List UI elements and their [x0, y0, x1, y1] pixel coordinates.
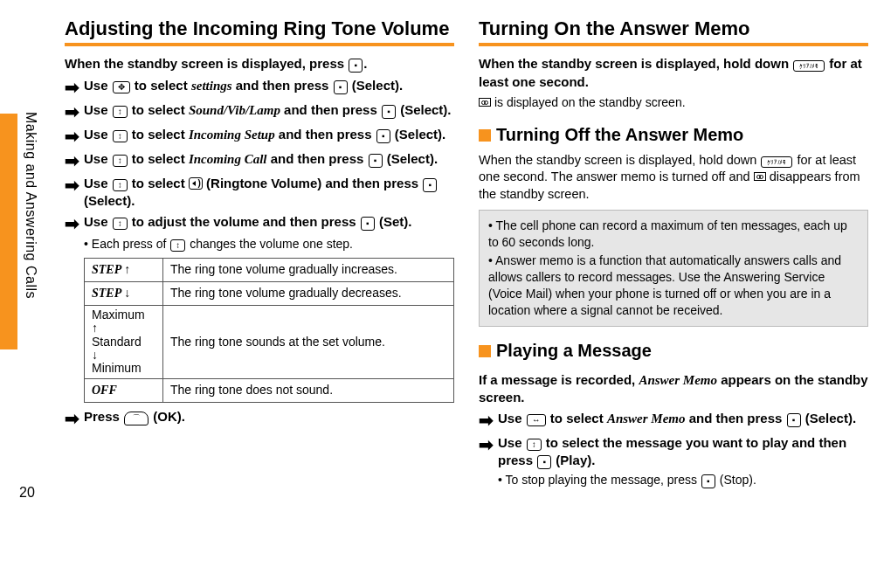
nav-key-icon: ✥: [113, 81, 130, 93]
table-cell-label: OFF: [85, 378, 163, 402]
nav-key-icon: ↔: [527, 414, 546, 426]
table-row: STEP ↑The ring tone volume gradually inc…: [85, 258, 454, 281]
answermemo-sub: is displayed on the standby screen.: [479, 94, 868, 111]
updown-key-icon: ↕: [170, 239, 185, 252]
arrow-icon: ➡: [65, 126, 84, 147]
text: Press: [84, 409, 123, 424]
step-text: Use ↕ to select Sound/Vib/Lamp and then …: [84, 101, 454, 122]
table-cell-label: Maximum↑Standard↓Minimum: [85, 305, 163, 378]
arrow-icon: ➡: [65, 213, 84, 234]
note-item: • The cell phone can record a maximum of…: [488, 218, 859, 251]
nav-key-icon: ↕: [527, 439, 542, 451]
accent-tab: [0, 114, 17, 349]
page: Making and Answering Calls 20 Adjusting …: [0, 0, 877, 501]
tape-icon: [479, 98, 491, 107]
section-label: Making and Answering Calls: [21, 112, 40, 299]
arrow-icon: ➡: [479, 434, 498, 470]
center-key-icon: ▪: [376, 129, 390, 143]
subheading-text: Turning Off the Answer Memo: [496, 125, 743, 144]
arrow-icon: ➡: [65, 150, 84, 171]
text: When the standby screen is displayed, ho…: [479, 153, 760, 167]
text: (Stop).: [716, 473, 756, 487]
softkey-icon: ⌒: [124, 412, 148, 425]
step-text: Use ↕ to select Incoming Call and then p…: [84, 150, 454, 171]
center-key-icon: ▪: [701, 474, 715, 488]
nav-key-icon: ↕: [113, 179, 128, 191]
playing-intro: If a message is recorded, Answer Memo ap…: [479, 371, 868, 407]
text: When the standby screen is displayed, pr…: [65, 56, 348, 71]
step: ➡Use ↕ to select the message you want to…: [479, 434, 868, 470]
section-heading-answermemo: Turning On the Answer Memo: [479, 17, 868, 46]
table-cell-label: STEP ↓: [85, 281, 163, 305]
step-text: Use ↕ to select (Ringtone Volume) and th…: [84, 175, 454, 211]
table-row: OFFThe ring tone does not sound.: [85, 378, 454, 402]
ringtone-intro: When the standby screen is displayed, pr…: [65, 55, 454, 73]
center-key-icon: ▪: [334, 80, 348, 94]
arrow-icon: ➡: [65, 175, 84, 211]
text: (OK).: [149, 409, 185, 424]
center-key-icon: ▪: [537, 455, 551, 469]
center-key-icon: ▪: [382, 105, 396, 119]
arrow-icon: ➡: [65, 101, 84, 122]
table-row: Maximum↑Standard↓MinimumThe ring tone so…: [85, 305, 454, 378]
nav-key-icon: ↕: [113, 218, 128, 230]
tape-icon: [754, 172, 766, 181]
arrow-icon: ➡: [65, 77, 84, 98]
step-text: Press ⌒ (OK).: [84, 408, 454, 429]
step-text: Use ↔ to select Answer Memo and then pre…: [498, 410, 868, 431]
step: ➡Use ↕ to select Sound/Vib/Lamp and then…: [65, 101, 454, 122]
step-note: • Each press of ↕ changes the volume one…: [84, 236, 454, 252]
arrow-icon: ➡: [479, 410, 498, 431]
table-cell-desc: The ring tone volume gradually decreases…: [163, 281, 454, 305]
nav-key-icon: ↕: [113, 155, 128, 167]
clearmemo-key-icon: ｸﾘｱ/ﾒﾓ: [761, 156, 792, 168]
table-cell-desc: The ring tone does not sound.: [163, 378, 454, 402]
center-key-icon: ▪: [787, 413, 801, 427]
page-number: 20: [19, 483, 35, 502]
note-box: • The cell phone can record a maximum of…: [479, 210, 868, 326]
volume-table: STEP ↑The ring tone volume gradually inc…: [84, 258, 454, 403]
step: ➡Use ↔ to select Answer Memo and then pr…: [479, 410, 868, 431]
nav-key-icon: ↕: [113, 130, 128, 142]
table-cell-label: STEP ↑: [85, 258, 163, 281]
subheading-playing: Playing a Message: [479, 339, 868, 363]
step-text: Use ↕ to adjust the volume and then pres…: [84, 213, 454, 234]
text: When the standby screen is displayed, ho…: [479, 56, 792, 71]
square-bullet-icon: [479, 129, 491, 142]
table-cell-desc: The ring tone sounds at the set volume.: [163, 305, 454, 378]
subheading-text: Playing a Message: [496, 341, 652, 360]
answermemo-intro: When the standby screen is displayed, ho…: [479, 55, 868, 91]
clearmemo-key-icon: ｸﾘｱ/ﾒﾓ: [793, 60, 825, 72]
step: ➡Use ↕ to select Incoming Call and then …: [65, 150, 454, 171]
center-key-icon: ▪: [423, 178, 437, 192]
right-column: Turning On the Answer Memo When the stan…: [479, 17, 868, 492]
table-row: STEP ↓The ring tone volume gradually dec…: [85, 281, 454, 305]
center-key-icon: ▪: [369, 154, 383, 168]
text: Each press of: [92, 237, 170, 251]
sidebar: Making and Answering Calls 20: [0, 17, 40, 492]
step: ➡Use ↕ to select (Ringtone Volume) and t…: [65, 175, 454, 211]
text-italic: Answer Memo: [639, 373, 717, 387]
square-bullet-icon: [479, 345, 491, 357]
step: ➡Use ↕ to select Incoming Setup and then…: [65, 126, 454, 147]
step-text: Use ✥ to select settings and then press …: [84, 77, 454, 98]
note-item: • Answer memo is a function that automat…: [488, 252, 859, 319]
left-column: Adjusting the Incoming Ring Tone Volume …: [65, 17, 454, 492]
step: ➡Use ✥ to select settings and then press…: [65, 77, 454, 98]
text: changes the volume one step.: [186, 237, 353, 251]
text: is displayed on the standby screen.: [491, 95, 686, 109]
section-heading-ringtone: Adjusting the Incoming Ring Tone Volume: [65, 17, 454, 46]
nav-key-icon: ↕: [113, 106, 128, 118]
step-text: Use ↕ to select the message you want to …: [498, 434, 868, 470]
center-key-icon: ▪: [349, 59, 363, 73]
ringtone-volume-icon: [189, 177, 203, 190]
step-text: Use ↕ to select Incoming Setup and then …: [84, 126, 454, 147]
subheading-turnoff: Turning Off the Answer Memo: [479, 123, 868, 147]
step-final: ➡ Press ⌒ (OK).: [65, 408, 454, 429]
step: ➡Use ↕ to adjust the volume and then pre…: [65, 213, 454, 234]
arrow-icon: ➡: [65, 408, 84, 429]
text: If a message is recorded,: [479, 372, 639, 387]
turnoff-body: When the standby screen is displayed, ho…: [479, 152, 868, 204]
center-key-icon: ▪: [361, 217, 375, 231]
table-cell-desc: The ring tone volume gradually increases…: [163, 258, 454, 281]
